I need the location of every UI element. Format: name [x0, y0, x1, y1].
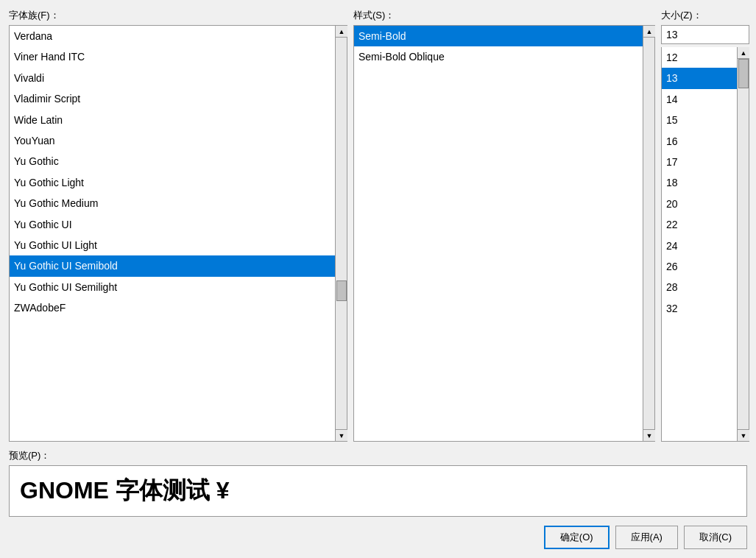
family-list-item[interactable]: Vivaldi	[10, 68, 335, 88]
size-list-item[interactable]: 18	[662, 172, 737, 193]
family-scroll-track	[336, 38, 347, 429]
style-scrollbar: ▲ ▼	[643, 26, 654, 441]
size-list-item[interactable]: 13	[662, 68, 737, 88]
size-list-item[interactable]: 32	[662, 298, 737, 319]
size-scroll-down[interactable]: ▼	[738, 429, 749, 441]
family-scrollbar: ▲ ▼	[335, 26, 347, 441]
size-input-wrapper	[661, 25, 749, 44]
style-list-item[interactable]: Semi-Bold	[354, 26, 643, 46]
style-scroll-track	[643, 38, 654, 429]
style-list-scroll[interactable]: Semi-BoldSemi-Bold Oblique	[354, 26, 643, 441]
style-scroll-up[interactable]: ▲	[643, 26, 655, 38]
size-list-item[interactable]: 26	[662, 256, 737, 277]
preview-label: 预览(P)：	[9, 449, 747, 462]
family-list-item[interactable]: Vladimir Script	[10, 88, 335, 109]
style-list-item[interactable]: Semi-Bold Oblique	[354, 46, 643, 67]
size-input[interactable]	[661, 25, 749, 44]
family-list-item[interactable]: Yu Gothic	[10, 151, 335, 172]
size-list-item[interactable]: 20	[662, 194, 737, 214]
size-list-scroll[interactable]: 12131415161718202224262832	[662, 47, 737, 441]
size-scroll-up[interactable]: ▲	[738, 47, 749, 59]
family-list-item[interactable]: Yu Gothic Light	[10, 172, 335, 193]
family-list-item[interactable]: ZWAdobeF	[10, 297, 335, 318]
family-label: 字体族(F)：	[9, 9, 347, 22]
family-list-scroll[interactable]: VerdanaViner Hand ITCVivaldiVladimir Scr…	[10, 26, 335, 441]
family-list-item[interactable]: YouYuan	[10, 130, 335, 151]
family-scroll-up[interactable]: ▲	[336, 26, 347, 38]
style-list-container: Semi-BoldSemi-Bold Oblique ▲ ▼	[353, 25, 655, 442]
family-list-item[interactable]: Yu Gothic UI Semilight	[10, 277, 335, 297]
size-list-item[interactable]: 12	[662, 47, 737, 68]
size-list-item[interactable]: 14	[662, 89, 737, 110]
size-list-item[interactable]: 16	[662, 131, 737, 152]
family-list-item[interactable]: Yu Gothic Medium	[10, 193, 335, 213]
ok-button[interactable]: 确定(O)	[544, 526, 610, 549]
size-list-item[interactable]: 15	[662, 110, 737, 130]
apply-button[interactable]: 应用(A)	[615, 526, 678, 549]
family-list-item[interactable]: Yu Gothic UI Semibold	[10, 255, 335, 276]
size-list-item[interactable]: 28	[662, 277, 737, 297]
preview-section: 预览(P)： GNOME 字体测试 ¥	[9, 449, 747, 517]
size-list-item[interactable]: 24	[662, 236, 737, 256]
size-list-container: 12131415161718202224262832 ▲ ▼	[661, 47, 749, 442]
style-label: 样式(S)：	[353, 9, 655, 22]
size-list-item[interactable]: 22	[662, 214, 737, 235]
family-list-item[interactable]: Yu Gothic UI	[10, 214, 335, 235]
family-list-item[interactable]: Viner Hand ITC	[10, 46, 335, 67]
cancel-button[interactable]: 取消(C)	[684, 526, 747, 549]
family-list-item[interactable]: Yu Gothic UI Light	[10, 235, 335, 255]
family-list-item[interactable]: Wide Latin	[10, 110, 335, 130]
family-list-item[interactable]: Verdana	[10, 26, 335, 46]
size-list-item[interactable]: 17	[662, 152, 737, 172]
preview-box: GNOME 字体测试 ¥	[9, 465, 747, 517]
size-scroll-track	[738, 59, 749, 429]
size-scrollbar: ▲ ▼	[737, 47, 749, 441]
style-scroll-down[interactable]: ▼	[643, 429, 655, 441]
button-row: 确定(O) 应用(A) 取消(C)	[9, 526, 747, 549]
family-scroll-thumb	[336, 280, 347, 301]
family-list-container: VerdanaViner Hand ITCVivaldiVladimir Scr…	[9, 25, 347, 442]
family-scroll-down[interactable]: ▼	[336, 429, 347, 441]
size-label: 大小(Z)：	[661, 9, 749, 22]
size-scroll-thumb	[738, 59, 749, 88]
